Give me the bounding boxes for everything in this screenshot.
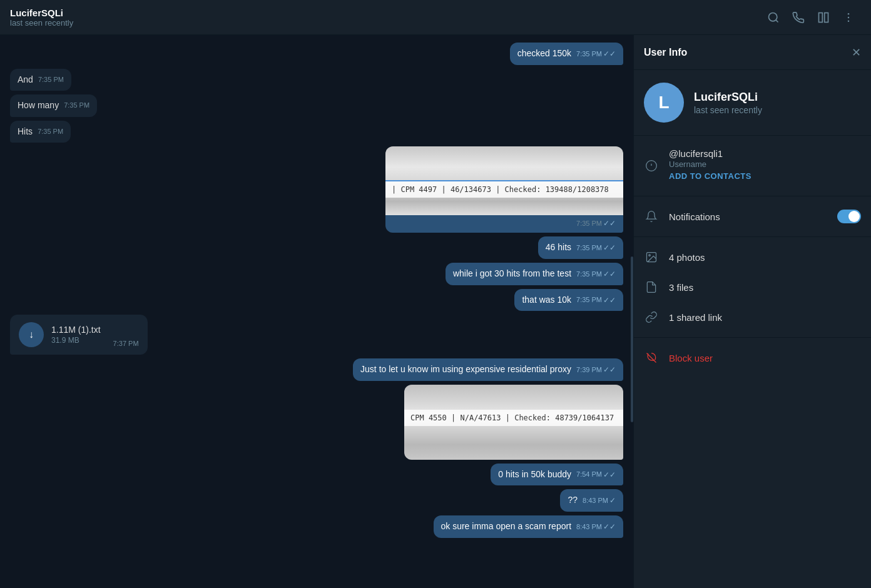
- username-row: @lucifersqli1 Username ADD TO CONTACTS: [634, 141, 871, 191]
- svg-rect-3: [825, 13, 828, 22]
- columns-icon[interactable]: [816, 10, 831, 25]
- message-time: 7:35 PM: [64, 101, 89, 110]
- shared-links-row[interactable]: 1 shared link: [634, 302, 871, 332]
- files-icon: [644, 280, 659, 295]
- double-check-icon: ✓✓: [603, 219, 616, 228]
- main-layout: checked 150k 7:35 PM ✓✓ And 7:35 PM: [0, 35, 871, 588]
- message-bubble: 0 hits in 50k buddy 7:54 PM ✓✓: [491, 464, 623, 486]
- panel-title: User Info: [644, 47, 852, 58]
- username-label: Username: [669, 160, 861, 169]
- message-text: 0 hits in 50k buddy: [498, 469, 571, 479]
- message-text: that was 10k: [522, 295, 571, 305]
- notifications-row: Notifications: [634, 201, 871, 231]
- message-time: 7:54 PM ✓✓: [576, 470, 616, 480]
- double-check-icon: ✓✓: [603, 269, 616, 280]
- message-text: ok sure imma open a scam report: [441, 521, 572, 531]
- username-value: @lucifersqli1: [669, 148, 861, 159]
- double-check-icon: ✓✓: [603, 243, 616, 253]
- photos-row[interactable]: 4 photos: [634, 242, 871, 272]
- single-check-icon: ✓: [609, 495, 616, 506]
- message-time: 8:43 PM ✓✓: [576, 522, 616, 532]
- table-row: How many 7:35 PM: [10, 94, 623, 117]
- message-time: 7:35 PM: [38, 75, 64, 84]
- message-bubble: Just to let u know im using expensive re…: [353, 358, 623, 381]
- table-row: 0 hits in 50k buddy 7:54 PM ✓✓: [10, 464, 623, 486]
- download-button[interactable]: ↓: [19, 322, 44, 347]
- header-actions: [766, 10, 856, 25]
- table-row: that was 10k 7:35 PM ✓✓: [10, 289, 623, 312]
- user-info-panel: User Info ✕ L LuciferSQLi last seen rece…: [633, 35, 871, 588]
- table-row: checked 150k 7:35 PM ✓✓: [10, 43, 623, 65]
- message-time: 7:35 PM ✓✓: [576, 295, 616, 306]
- message-time: 7:35 PM ✓✓: [576, 243, 616, 253]
- message-text: Just to let u know im using expensive re…: [360, 364, 571, 374]
- block-user-row[interactable]: Block user: [634, 343, 871, 373]
- table-row: 46 hits 7:35 PM ✓✓: [10, 236, 623, 259]
- chat-area: checked 150k 7:35 PM ✓✓ And 7:35 PM: [0, 35, 633, 588]
- double-check-icon: ✓✓: [603, 365, 616, 375]
- scrollbar-thumb: [631, 256, 633, 422]
- media-section: 4 photos 3 files 1 share: [634, 237, 871, 338]
- user-name: LuciferSQLi: [694, 91, 861, 104]
- username-info: @lucifersqli1 Username ADD TO CONTACTS: [669, 148, 861, 183]
- search-icon[interactable]: [766, 10, 781, 25]
- info-icon: [644, 158, 659, 173]
- message-text: while i got 30 hits from the test: [453, 268, 571, 278]
- message-text: checked 150k: [517, 48, 571, 58]
- message-text: Hits: [18, 126, 33, 136]
- message-bubble: Hits 7:35 PM: [10, 121, 71, 143]
- user-details: LuciferSQLi last seen recently: [694, 91, 861, 115]
- message-time: 7:35 PM: [38, 127, 63, 136]
- message-time: 7:35 PM ✓✓: [576, 49, 616, 59]
- double-check-icon: ✓✓: [603, 295, 616, 306]
- message-text: How many: [18, 100, 59, 110]
- panel-header: User Info ✕: [634, 35, 871, 70]
- bell-icon: [644, 209, 659, 224]
- table-row: ?? 8:43 PM ✓: [10, 489, 623, 512]
- file-message: ↓ 1.11M (1).txt 31.9 MB 7:37 PM: [10, 315, 148, 355]
- message-bubble: that was 10k 7:35 PM ✓✓: [514, 289, 623, 312]
- add-to-contacts-button[interactable]: ADD TO CONTACTS: [669, 169, 861, 183]
- photos-label: 4 photos: [669, 252, 705, 263]
- chat-title: LuciferSQLi: [10, 8, 766, 18]
- message-bubble: How many 7:35 PM: [10, 94, 97, 117]
- user-status: last seen recently: [694, 105, 861, 115]
- notifications-label: Notifications: [669, 211, 827, 222]
- message-text: ??: [568, 495, 578, 505]
- message-bubble: And 7:35 PM: [10, 69, 71, 91]
- message-bubble: ok sure imma open a scam report 8:43 PM …: [434, 515, 624, 538]
- shared-links-label: 1 shared link: [669, 312, 722, 323]
- table-row: Just to let u know im using expensive re…: [10, 358, 623, 381]
- notifications-toggle[interactable]: [837, 210, 861, 223]
- message-bubble: 46 hits 7:35 PM ✓✓: [538, 236, 623, 259]
- table-row: Hits 7:35 PM: [10, 121, 623, 143]
- screenshot-bubble2: CPM 4550 | N/A/47613 | Checked: 48739/10…: [404, 385, 623, 460]
- close-button[interactable]: ✕: [852, 46, 861, 59]
- notifications-section: Notifications: [634, 196, 871, 237]
- username-section: @lucifersqli1 Username ADD TO CONTACTS: [634, 136, 871, 196]
- header-info: LuciferSQLi last seen recently: [10, 8, 766, 28]
- files-row[interactable]: 3 files: [634, 272, 871, 302]
- message-bubble: ?? 8:43 PM ✓: [560, 489, 623, 512]
- chat-subtitle: last seen recently: [10, 18, 766, 28]
- message-text: And: [18, 74, 33, 84]
- block-icon: [644, 350, 659, 365]
- screenshot-image: | CPM 4497 | 46/134673 | Checked: 139488…: [385, 146, 623, 215]
- table-row: And 7:35 PM: [10, 69, 623, 91]
- scrollbar-track[interactable]: [629, 35, 633, 588]
- table-row: while i got 30 hits from the test 7:35 P…: [10, 263, 623, 285]
- screenshot-bubble: | CPM 4497 | 46/134673 | Checked: 139488…: [385, 146, 623, 233]
- message-text: 46 hits: [546, 242, 571, 252]
- file-name: 1.11M (1).txt: [51, 325, 101, 335]
- svg-line-1: [776, 19, 778, 22]
- message-bubble: while i got 30 hits from the test 7:35 P…: [446, 263, 623, 285]
- phone-icon[interactable]: [791, 10, 806, 25]
- svg-point-6: [848, 20, 850, 22]
- block-user-label: Block user: [669, 353, 713, 363]
- svg-point-0: [769, 13, 777, 21]
- message-bubble: checked 150k 7:35 PM ✓✓: [510, 43, 623, 65]
- more-icon[interactable]: [841, 10, 856, 25]
- table-row: | CPM 4497 | 46/134673 | Checked: 139488…: [10, 146, 623, 233]
- table-row: ok sure imma open a scam report 8:43 PM …: [10, 515, 623, 538]
- double-check-icon: ✓✓: [603, 522, 616, 532]
